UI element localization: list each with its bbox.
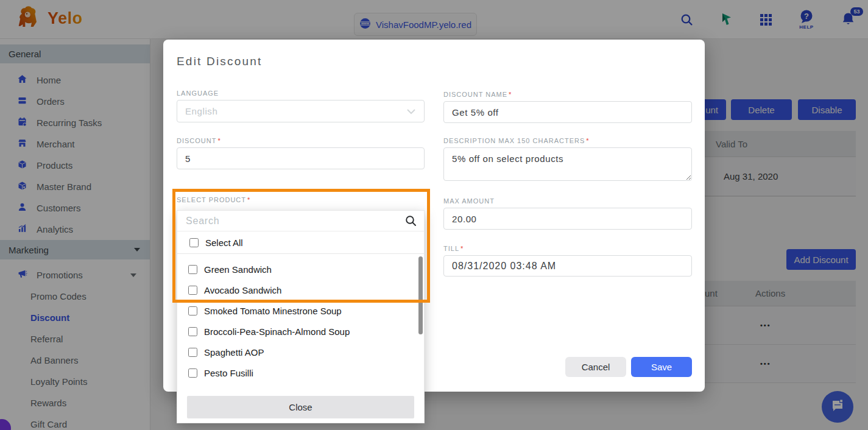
option-label: Avocado Sandwich — [204, 285, 281, 295]
description-textarea[interactable]: 5% off on select products — [443, 147, 692, 181]
discount-label: DISCOUNT* — [177, 137, 425, 144]
product-option[interactable]: Pesto Fusilli — [177, 362, 424, 383]
product-checkbox[interactable] — [188, 306, 197, 315]
select-all-option[interactable]: Select All — [177, 231, 424, 254]
discount-value-input[interactable] — [177, 147, 425, 169]
required-marker: * — [586, 137, 589, 144]
required-marker: * — [247, 196, 250, 203]
scrollbar-thumb[interactable] — [418, 256, 423, 334]
product-option[interactable]: Avocado Sandwich — [177, 280, 424, 300]
max-amount-label: MAX AMOUNT — [443, 197, 692, 205]
save-button[interactable]: Save — [631, 357, 692, 377]
max-amount-input[interactable] — [443, 208, 692, 230]
label-text: LANGUAGE — [177, 90, 219, 97]
option-label: Smoked Tomato Minestrone Soup — [204, 306, 342, 316]
label-text: SELECT PRODUCT — [177, 196, 246, 203]
product-search-input[interactable] — [177, 211, 424, 231]
product-checkbox[interactable] — [188, 368, 197, 378]
label-text: TILL — [443, 245, 459, 252]
product-checkbox[interactable] — [188, 348, 197, 357]
product-checkbox[interactable] — [188, 286, 197, 295]
product-option[interactable]: Smoked Tomato Minestrone Soup — [177, 300, 424, 321]
option-label: Spaghetti AOP — [204, 347, 264, 358]
app-screen: Yelo www VishavFoodMP.yelo.red — [0, 0, 868, 430]
discount-name-label: DISCOUNT NAME* — [443, 91, 692, 98]
select-product-dropdown: Select All Green Sandwich Avocado Sandwi… — [177, 210, 425, 423]
option-label: Select All — [205, 238, 243, 248]
option-label: Broccoli-Pea-Spinach-Almond Soup — [204, 326, 350, 337]
select-all-checkbox[interactable] — [189, 238, 199, 247]
discount-name-input[interactable] — [443, 101, 692, 123]
description-label: DESCRIPTION MAX 150 CHARACTERS* — [443, 137, 692, 144]
product-checkbox[interactable] — [188, 327, 197, 336]
option-label: Pesto Fusilli — [204, 368, 253, 378]
label-text: DISCOUNT NAME — [443, 91, 507, 98]
select-product-label: SELECT PRODUCT* — [177, 196, 425, 203]
close-dropdown-button[interactable]: Close — [187, 396, 414, 418]
required-marker: * — [460, 245, 464, 252]
label-text: DISCOUNT — [177, 137, 216, 144]
till-label: TILL* — [443, 245, 692, 252]
product-option[interactable]: Spaghetti AOP — [177, 342, 424, 362]
language-value: English — [185, 106, 217, 116]
cancel-button[interactable]: Cancel — [565, 357, 626, 377]
language-label: LANGUAGE — [177, 90, 425, 97]
label-text: MAX AMOUNT — [443, 197, 495, 205]
required-marker: * — [217, 137, 221, 144]
magnifier-icon[interactable] — [405, 215, 417, 229]
product-option-list: Green Sandwich Avocado Sandwich Smoked T… — [177, 255, 424, 385]
product-option[interactable]: Green Sandwich — [177, 259, 424, 280]
modal-title: Edit Discount — [177, 55, 263, 68]
product-checkbox[interactable] — [188, 265, 197, 274]
label-text: DESCRIPTION MAX 150 CHARACTERS — [443, 137, 585, 144]
product-option[interactable]: Broccoli-Pea-Spinach-Almond Soup — [177, 321, 424, 342]
product-search — [177, 211, 424, 231]
till-datetime-input[interactable] — [443, 255, 692, 277]
option-label: Green Sandwich — [204, 264, 272, 275]
language-select[interactable]: English — [177, 100, 425, 122]
required-marker: * — [509, 91, 512, 98]
chevron-down-icon — [406, 106, 416, 116]
